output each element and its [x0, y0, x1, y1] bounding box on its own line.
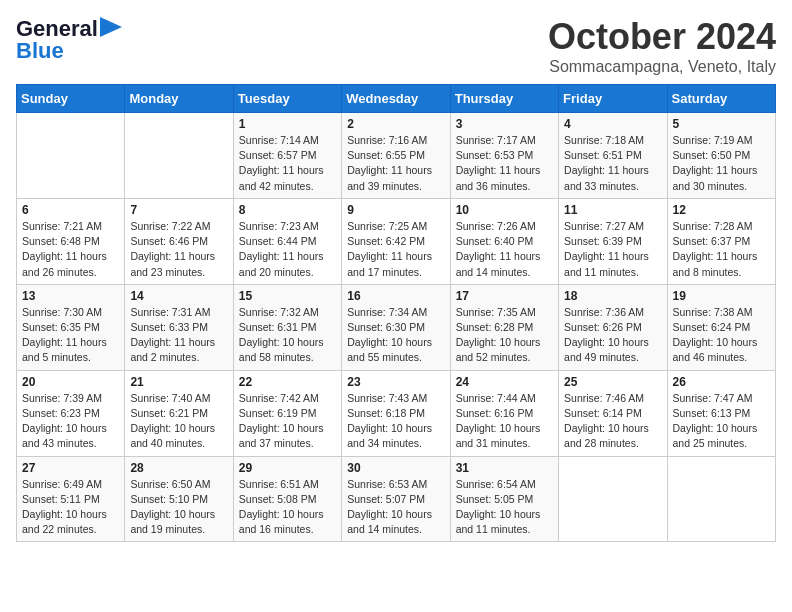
day-number: 23	[347, 375, 444, 389]
calendar-body: 1Sunrise: 7:14 AM Sunset: 6:57 PM Daylig…	[17, 113, 776, 542]
day-info: Sunrise: 7:40 AM Sunset: 6:21 PM Dayligh…	[130, 391, 227, 452]
calendar-cell: 1Sunrise: 7:14 AM Sunset: 6:57 PM Daylig…	[233, 113, 341, 199]
calendar-cell: 8Sunrise: 7:23 AM Sunset: 6:44 PM Daylig…	[233, 198, 341, 284]
day-info: Sunrise: 7:16 AM Sunset: 6:55 PM Dayligh…	[347, 133, 444, 194]
day-header-monday: Monday	[125, 85, 233, 113]
calendar-cell: 27Sunrise: 6:49 AM Sunset: 5:11 PM Dayli…	[17, 456, 125, 542]
day-number: 27	[22, 461, 119, 475]
calendar-cell: 13Sunrise: 7:30 AM Sunset: 6:35 PM Dayli…	[17, 284, 125, 370]
day-info: Sunrise: 7:31 AM Sunset: 6:33 PM Dayligh…	[130, 305, 227, 366]
day-number: 28	[130, 461, 227, 475]
day-info: Sunrise: 6:53 AM Sunset: 5:07 PM Dayligh…	[347, 477, 444, 538]
day-info: Sunrise: 7:23 AM Sunset: 6:44 PM Dayligh…	[239, 219, 336, 280]
calendar-cell: 7Sunrise: 7:22 AM Sunset: 6:46 PM Daylig…	[125, 198, 233, 284]
svg-marker-0	[100, 17, 122, 37]
day-info: Sunrise: 6:50 AM Sunset: 5:10 PM Dayligh…	[130, 477, 227, 538]
day-info: Sunrise: 7:22 AM Sunset: 6:46 PM Dayligh…	[130, 219, 227, 280]
day-number: 12	[673, 203, 770, 217]
day-number: 16	[347, 289, 444, 303]
day-number: 25	[564, 375, 661, 389]
calendar-header-row: SundayMondayTuesdayWednesdayThursdayFrid…	[17, 85, 776, 113]
day-number: 19	[673, 289, 770, 303]
calendar-cell: 20Sunrise: 7:39 AM Sunset: 6:23 PM Dayli…	[17, 370, 125, 456]
week-row-1: 1Sunrise: 7:14 AM Sunset: 6:57 PM Daylig…	[17, 113, 776, 199]
calendar-cell: 31Sunrise: 6:54 AM Sunset: 5:05 PM Dayli…	[450, 456, 558, 542]
day-info: Sunrise: 7:21 AM Sunset: 6:48 PM Dayligh…	[22, 219, 119, 280]
day-info: Sunrise: 6:51 AM Sunset: 5:08 PM Dayligh…	[239, 477, 336, 538]
day-number: 10	[456, 203, 553, 217]
day-info: Sunrise: 7:36 AM Sunset: 6:26 PM Dayligh…	[564, 305, 661, 366]
calendar-cell: 14Sunrise: 7:31 AM Sunset: 6:33 PM Dayli…	[125, 284, 233, 370]
day-number: 30	[347, 461, 444, 475]
page-header: General Blue October 2024 Sommacampagna,…	[16, 16, 776, 76]
day-info: Sunrise: 7:17 AM Sunset: 6:53 PM Dayligh…	[456, 133, 553, 194]
calendar-cell: 30Sunrise: 6:53 AM Sunset: 5:07 PM Dayli…	[342, 456, 450, 542]
day-info: Sunrise: 7:30 AM Sunset: 6:35 PM Dayligh…	[22, 305, 119, 366]
day-info: Sunrise: 6:49 AM Sunset: 5:11 PM Dayligh…	[22, 477, 119, 538]
calendar-cell: 15Sunrise: 7:32 AM Sunset: 6:31 PM Dayli…	[233, 284, 341, 370]
day-number: 3	[456, 117, 553, 131]
day-info: Sunrise: 7:34 AM Sunset: 6:30 PM Dayligh…	[347, 305, 444, 366]
calendar-cell: 6Sunrise: 7:21 AM Sunset: 6:48 PM Daylig…	[17, 198, 125, 284]
week-row-2: 6Sunrise: 7:21 AM Sunset: 6:48 PM Daylig…	[17, 198, 776, 284]
calendar-cell: 19Sunrise: 7:38 AM Sunset: 6:24 PM Dayli…	[667, 284, 775, 370]
day-info: Sunrise: 7:43 AM Sunset: 6:18 PM Dayligh…	[347, 391, 444, 452]
day-number: 26	[673, 375, 770, 389]
day-header-saturday: Saturday	[667, 85, 775, 113]
calendar-cell: 22Sunrise: 7:42 AM Sunset: 6:19 PM Dayli…	[233, 370, 341, 456]
calendar-cell: 23Sunrise: 7:43 AM Sunset: 6:18 PM Dayli…	[342, 370, 450, 456]
calendar-cell: 9Sunrise: 7:25 AM Sunset: 6:42 PM Daylig…	[342, 198, 450, 284]
day-number: 8	[239, 203, 336, 217]
calendar-cell: 21Sunrise: 7:40 AM Sunset: 6:21 PM Dayli…	[125, 370, 233, 456]
calendar-cell: 4Sunrise: 7:18 AM Sunset: 6:51 PM Daylig…	[559, 113, 667, 199]
calendar-cell	[667, 456, 775, 542]
day-info: Sunrise: 7:44 AM Sunset: 6:16 PM Dayligh…	[456, 391, 553, 452]
calendar-cell: 18Sunrise: 7:36 AM Sunset: 6:26 PM Dayli…	[559, 284, 667, 370]
day-number: 17	[456, 289, 553, 303]
month-title: October 2024	[548, 16, 776, 58]
calendar-cell: 28Sunrise: 6:50 AM Sunset: 5:10 PM Dayli…	[125, 456, 233, 542]
calendar-cell: 10Sunrise: 7:26 AM Sunset: 6:40 PM Dayli…	[450, 198, 558, 284]
day-header-wednesday: Wednesday	[342, 85, 450, 113]
day-info: Sunrise: 7:42 AM Sunset: 6:19 PM Dayligh…	[239, 391, 336, 452]
calendar-cell: 11Sunrise: 7:27 AM Sunset: 6:39 PM Dayli…	[559, 198, 667, 284]
day-number: 13	[22, 289, 119, 303]
day-info: Sunrise: 7:14 AM Sunset: 6:57 PM Dayligh…	[239, 133, 336, 194]
day-number: 5	[673, 117, 770, 131]
day-number: 18	[564, 289, 661, 303]
day-number: 15	[239, 289, 336, 303]
day-info: Sunrise: 7:47 AM Sunset: 6:13 PM Dayligh…	[673, 391, 770, 452]
location: Sommacampagna, Veneto, Italy	[548, 58, 776, 76]
logo: General Blue	[16, 16, 122, 64]
calendar-cell: 16Sunrise: 7:34 AM Sunset: 6:30 PM Dayli…	[342, 284, 450, 370]
day-number: 21	[130, 375, 227, 389]
day-info: Sunrise: 7:32 AM Sunset: 6:31 PM Dayligh…	[239, 305, 336, 366]
logo-blue: Blue	[16, 38, 64, 64]
calendar-cell: 3Sunrise: 7:17 AM Sunset: 6:53 PM Daylig…	[450, 113, 558, 199]
day-info: Sunrise: 7:27 AM Sunset: 6:39 PM Dayligh…	[564, 219, 661, 280]
calendar-cell: 5Sunrise: 7:19 AM Sunset: 6:50 PM Daylig…	[667, 113, 775, 199]
calendar-cell: 29Sunrise: 6:51 AM Sunset: 5:08 PM Dayli…	[233, 456, 341, 542]
calendar-cell: 24Sunrise: 7:44 AM Sunset: 6:16 PM Dayli…	[450, 370, 558, 456]
day-header-friday: Friday	[559, 85, 667, 113]
day-info: Sunrise: 7:46 AM Sunset: 6:14 PM Dayligh…	[564, 391, 661, 452]
calendar-table: SundayMondayTuesdayWednesdayThursdayFrid…	[16, 84, 776, 542]
day-info: Sunrise: 7:26 AM Sunset: 6:40 PM Dayligh…	[456, 219, 553, 280]
week-row-5: 27Sunrise: 6:49 AM Sunset: 5:11 PM Dayli…	[17, 456, 776, 542]
day-number: 24	[456, 375, 553, 389]
day-header-thursday: Thursday	[450, 85, 558, 113]
day-info: Sunrise: 6:54 AM Sunset: 5:05 PM Dayligh…	[456, 477, 553, 538]
day-number: 14	[130, 289, 227, 303]
title-block: October 2024 Sommacampagna, Veneto, Ital…	[548, 16, 776, 76]
logo-arrow-icon	[100, 17, 122, 37]
calendar-cell: 2Sunrise: 7:16 AM Sunset: 6:55 PM Daylig…	[342, 113, 450, 199]
calendar-cell: 26Sunrise: 7:47 AM Sunset: 6:13 PM Dayli…	[667, 370, 775, 456]
day-number: 29	[239, 461, 336, 475]
day-info: Sunrise: 7:38 AM Sunset: 6:24 PM Dayligh…	[673, 305, 770, 366]
day-header-tuesday: Tuesday	[233, 85, 341, 113]
calendar-cell: 17Sunrise: 7:35 AM Sunset: 6:28 PM Dayli…	[450, 284, 558, 370]
day-number: 6	[22, 203, 119, 217]
day-number: 31	[456, 461, 553, 475]
day-number: 20	[22, 375, 119, 389]
day-info: Sunrise: 7:19 AM Sunset: 6:50 PM Dayligh…	[673, 133, 770, 194]
